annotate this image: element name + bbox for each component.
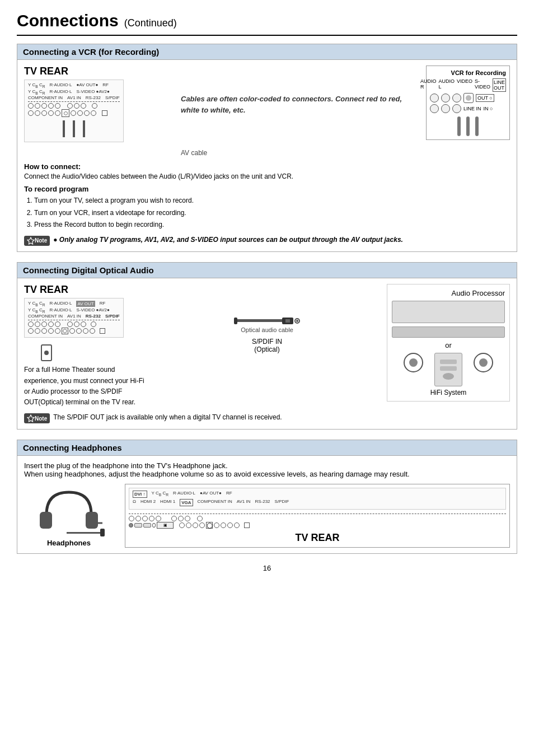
vcr-cable-wire (457, 116, 461, 136)
mini-connector (74, 103, 79, 109)
mini-connector-square (102, 110, 107, 116)
color-code-area: Cables are often color-coded to connecto… (181, 66, 415, 157)
vcr-diagram: TV REAR Y CB CR R·AUDIO·L ●AV OUT● RF Y … (24, 66, 510, 157)
mini-connector (48, 321, 54, 327)
optical-left: TV REAR Y CB CR R·AUDIO·L AV OUT RF Y CB… (24, 284, 147, 408)
mini-connector (135, 516, 141, 521)
mini-connector (48, 110, 54, 116)
to-record-step-1: Turn on your TV, select a program you wi… (34, 195, 510, 207)
tv-rear-hp-box: DVI ↑ Y CB CR R·AUDIO·L ●AV OUT● RF Ω HD… (125, 484, 510, 548)
vcr-connector (430, 94, 439, 102)
mini-connector (171, 516, 177, 521)
mini-connector (74, 321, 79, 327)
mini-connector (92, 103, 97, 109)
mini-connector (179, 522, 185, 528)
how-to-connect-heading: How to connect: (24, 162, 510, 171)
hifi-center-unit (434, 353, 462, 386)
vcr-section: Connecting a VCR (for Recording) TV REAR… (17, 44, 517, 252)
or-label: or (392, 341, 505, 349)
optical-note-text: The S/PDIF OUT jack is available only wh… (53, 413, 282, 421)
vcr-connector (452, 104, 461, 113)
note-icon: Note (24, 236, 50, 246)
mini-connector (142, 516, 148, 521)
vcr-connector (430, 104, 439, 113)
mini-connector (28, 103, 34, 109)
vcr-connector (441, 104, 450, 113)
optical-note-icon: Note (24, 413, 50, 423)
mini-connector (156, 516, 161, 521)
mini-connector (71, 110, 76, 116)
vcr-cable-wire (475, 116, 479, 136)
mini-connector (76, 328, 82, 334)
mini-connector (178, 516, 184, 521)
mini-connector (91, 321, 96, 327)
cable-wire (63, 120, 65, 137)
color-code-text: Cables are often color-coded to connecto… (181, 77, 415, 115)
svg-rect-0 (40, 512, 52, 529)
vcr-connector (452, 94, 461, 102)
headphones-instruction1: Insert the plug of the headphone into th… (24, 461, 510, 470)
mini-connector (41, 328, 47, 334)
mini-connector (41, 321, 47, 327)
mini-connector (41, 103, 47, 109)
headphones-diagram: Headphones DVI ↑ Y CB CR R·AUDIO·L ●AV O… (24, 484, 510, 548)
mini-connector (41, 110, 47, 116)
optical-center: Optical audio cable S/PDIF IN (Optical) (156, 284, 378, 353)
tv-rear-connectors: Y CB CR R·AUDIO·L ●AV OUT● RF Y CB CR R·… (24, 80, 124, 142)
to-record-heading: To record program (24, 185, 510, 193)
headphones-icon (35, 484, 102, 534)
mini-connector (197, 516, 203, 521)
speaker-right (474, 353, 493, 372)
cable-wire (83, 120, 85, 137)
av-cable-label: AV cable (181, 149, 415, 157)
mini-connector (35, 328, 40, 334)
vcr-cable-wire (466, 116, 470, 136)
mini-connector (28, 328, 34, 334)
mini-connector (81, 103, 86, 109)
mini-connector (48, 103, 54, 109)
page-number: 16 (17, 564, 517, 572)
mini-connector (185, 516, 190, 521)
optical-tv-rear-connectors: Y CB CR R·AUDIO·L AV OUT RF Y CB CR R·AU… (24, 298, 124, 338)
audio-processor-label: Audio Processor (392, 289, 505, 297)
optical-right: Audio Processor or (387, 284, 510, 402)
optical-note: Note The S/PDIF OUT jack is available on… (24, 413, 510, 423)
how-to-connect-text: Connect the Audio/Video cables between t… (24, 172, 510, 180)
tv-rear-label: TV REAR (24, 66, 170, 77)
mini-connector (28, 321, 34, 327)
vcr-recording-box: VCR for Recording AUDIO R AUDIO L VIDEO … (426, 66, 510, 140)
processor-box (392, 301, 505, 323)
mini-connector (129, 516, 134, 521)
mini-connector (81, 321, 86, 327)
cable-wire (73, 120, 75, 137)
optical-note-symbol-icon (27, 414, 35, 422)
speaker-left (404, 353, 423, 372)
tv-rear-diagram: TV REAR Y CB CR R·AUDIO·L ●AV OUT● RF Y … (24, 66, 170, 144)
mini-connector (55, 321, 60, 327)
headphones-instruction2: When using headphones, adjust the headph… (24, 470, 510, 478)
optical-out-port (41, 344, 147, 361)
optical-description: For a full Home Theater sound experience… (24, 365, 147, 408)
speakers (392, 353, 505, 386)
mini-connector (186, 522, 191, 528)
mini-connector (35, 110, 40, 116)
headphones-section-header: Connecting Headphones (17, 440, 517, 456)
mini-connector (77, 110, 83, 116)
tv-rear-hp-top: DVI ↑ Y CB CR R·AUDIO·L ●AV OUT● RF Ω HD… (129, 488, 506, 510)
mini-connector (84, 110, 90, 116)
mini-connector (83, 328, 88, 334)
page-title: Connections (Continued) (17, 11, 517, 36)
headphones-section: Connecting Headphones Insert the plug of… (17, 440, 517, 554)
mini-connector-square (244, 522, 250, 528)
mini-connector (28, 110, 34, 116)
optical-cable-label: Optical audio cable (241, 326, 293, 333)
mini-connector (193, 522, 198, 528)
hifi-label: HiFi System (392, 389, 505, 396)
optical-cable-visual (234, 318, 300, 324)
vcr-connector (463, 93, 474, 103)
vcr-connector (441, 94, 450, 102)
mini-connector (234, 522, 240, 528)
mini-connector (35, 321, 40, 327)
optical-section: Connecting Digital Optical Audio TV REAR… (17, 262, 517, 430)
headphone-icon-area: Headphones (24, 484, 114, 547)
